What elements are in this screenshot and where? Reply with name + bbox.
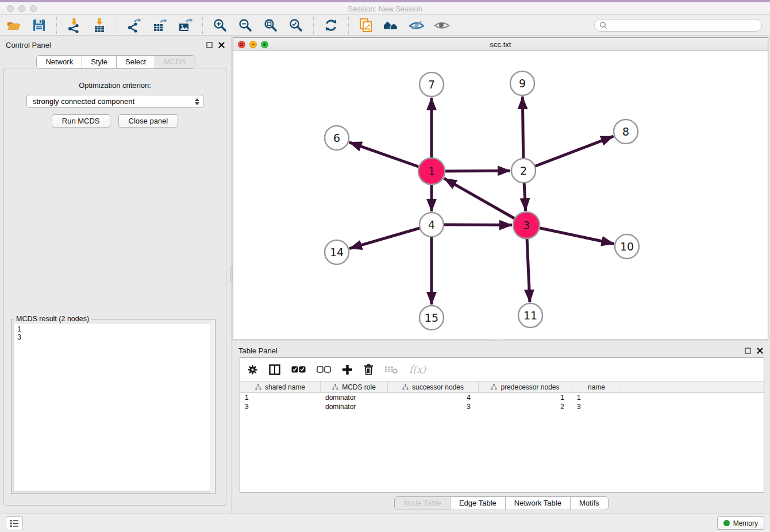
task-history-button[interactable]: [6, 516, 23, 530]
eye-icon: [434, 18, 450, 33]
houses-icon: [383, 18, 399, 33]
optimization-criterion-label: Optimization criterion:: [4, 81, 226, 90]
save-session-button[interactable]: [31, 17, 47, 33]
tab-network[interactable]: Network: [37, 56, 82, 68]
toolbar-separator: [202, 17, 203, 34]
search-input[interactable]: [610, 21, 757, 29]
hide-selected-button[interactable]: [409, 17, 425, 33]
criterion-dropdown[interactable]: strongly connected component: [26, 95, 203, 108]
graph-node-label-10: 10: [620, 240, 634, 253]
run-mcds-button[interactable]: Run MCDS: [52, 114, 110, 128]
table-row[interactable]: 3 dominator 3 2 3: [240, 402, 764, 411]
column-header-mcds-role[interactable]: MCDS role: [321, 381, 388, 392]
control-panel: Control Panel Network Style Select MCDS …: [0, 36, 232, 514]
zoom-selected-button[interactable]: [288, 17, 304, 33]
table-cell[interactable]: 3: [240, 403, 321, 411]
refresh-button[interactable]: [323, 17, 339, 33]
tab-mcds[interactable]: MCDS: [155, 56, 194, 68]
open-session-button[interactable]: [6, 17, 22, 33]
dropdown-stepper-icon: [193, 98, 201, 105]
delete-column-trash-icon[interactable]: [364, 364, 374, 375]
table-cell[interactable]: 1: [240, 394, 321, 402]
close-panel-button[interactable]: Close panel: [118, 114, 179, 128]
tab-style[interactable]: Style: [82, 56, 117, 68]
network-window-titlebar[interactable]: scc.txt: [233, 38, 768, 51]
network-view-window: scc.txt 7968124314101511: [233, 37, 768, 340]
tab-edge-table[interactable]: Edge Table: [451, 497, 506, 510]
export-network-icon: [127, 18, 142, 33]
table-cell[interactable]: dominator: [321, 394, 388, 402]
graph-node-label-2: 2: [520, 164, 527, 177]
column-header-successor-nodes[interactable]: successor nodes: [388, 381, 479, 392]
column-header-shared-name[interactable]: shared name: [240, 381, 321, 392]
show-all-button[interactable]: [434, 17, 450, 33]
import-network-button[interactable]: [66, 17, 82, 33]
mcds-result-text[interactable]: 1 3: [13, 323, 213, 492]
float-panel-icon[interactable]: [206, 42, 213, 48]
task-list-icon: [10, 519, 19, 527]
table-row[interactable]: 1 dominator 4 1 1: [240, 393, 764, 402]
memory-status-icon: [723, 520, 730, 526]
graph-edge-4-14[interactable]: [349, 225, 432, 249]
deselect-all-columns-icon[interactable]: [317, 366, 331, 373]
network-graph[interactable]: 7968124314101511: [233, 51, 768, 340]
select-all-columns-icon[interactable]: [291, 366, 306, 373]
graph-node-label-14: 14: [330, 246, 344, 259]
tab-network-table[interactable]: Network Table: [506, 497, 571, 510]
app-titlebar: Session: New Session: [0, 0, 770, 15]
add-column-icon[interactable]: [342, 364, 353, 375]
tab-motifs[interactable]: Motifs: [571, 497, 608, 510]
mcds-panel: Optimization criterion: strongly connect…: [3, 68, 226, 506]
column-header-predecessor-nodes[interactable]: predecessor nodes: [479, 381, 572, 392]
table-toolbar: f(x): [240, 358, 764, 381]
network-minimize-button[interactable]: [249, 41, 257, 48]
search-icon: [599, 21, 607, 29]
float-panel-icon[interactable]: [745, 348, 751, 354]
close-panel-icon[interactable]: [757, 348, 763, 354]
column-layout-icon[interactable]: [269, 364, 280, 375]
open-folder-icon: [6, 18, 21, 33]
export-network-button[interactable]: [126, 17, 143, 33]
zoom-out-button[interactable]: [237, 17, 253, 33]
node-table-container: f(x) shared name MCDS role successor nod…: [240, 357, 764, 493]
table-cell[interactable]: 2: [479, 403, 572, 411]
graph-node-label-9: 9: [519, 77, 526, 90]
table-cell[interactable]: 1: [479, 394, 572, 402]
export-table-icon: [152, 18, 167, 33]
network-canvas[interactable]: 7968124314101511: [233, 51, 768, 340]
tab-node-table[interactable]: Node Table: [395, 497, 451, 510]
zoom-fit-button[interactable]: [263, 17, 279, 33]
import-table-button[interactable]: [91, 17, 107, 33]
column-header-name[interactable]: name: [572, 381, 621, 392]
control-panel-header: Control Panel: [0, 36, 232, 51]
mcds-result-group: MCDS result (2 nodes) 1 3: [11, 319, 215, 494]
table-cell[interactable]: 4: [388, 394, 479, 402]
window-title: Session: New Session: [0, 5, 770, 13]
table-cell[interactable]: 3: [572, 403, 621, 411]
close-panel-icon[interactable]: [218, 42, 225, 48]
toolbar-separator: [117, 17, 117, 34]
first-neighbors-button[interactable]: [383, 17, 399, 33]
memory-button[interactable]: Memory: [717, 516, 764, 530]
table-settings-gear-icon[interactable]: [247, 364, 258, 375]
toolbar-separator: [313, 17, 314, 34]
hierarchy-icon: [491, 384, 497, 390]
graph-edge-3-1[interactable]: [444, 178, 526, 225]
graph-node-label-4: 4: [428, 218, 435, 231]
hierarchy-icon: [332, 384, 338, 390]
tab-select[interactable]: Select: [117, 56, 155, 68]
export-image-button[interactable]: [177, 17, 193, 33]
result-scrollbar[interactable]: [210, 319, 215, 494]
network-close-button[interactable]: [238, 41, 245, 48]
new-network-from-selection-button[interactable]: [358, 17, 374, 33]
table-cell[interactable]: 1: [572, 394, 621, 402]
table-cell[interactable]: dominator: [321, 403, 388, 411]
export-table-button[interactable]: [152, 17, 168, 33]
table-panel-title: Table Panel: [238, 346, 745, 355]
table-cell[interactable]: 3: [388, 403, 479, 411]
network-maximize-button[interactable]: [261, 41, 268, 48]
graph-edge-2-8[interactable]: [523, 136, 614, 171]
zoom-out-icon: [238, 18, 253, 33]
zoom-in-button[interactable]: [212, 17, 228, 33]
network-window-title: scc.txt: [233, 40, 768, 49]
